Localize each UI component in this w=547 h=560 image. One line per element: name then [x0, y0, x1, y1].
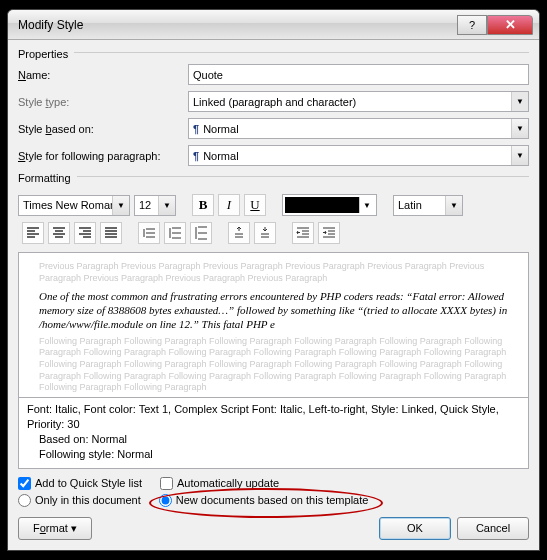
name-input[interactable]: Quote: [188, 64, 529, 85]
window-title: Modify Style: [18, 18, 457, 32]
line-spacing-15-button[interactable]: [164, 222, 186, 244]
based-on-dropdown[interactable]: ¶ Normal ▼: [188, 118, 529, 139]
font-family-dropdown[interactable]: Times New Roman ▼: [18, 195, 130, 216]
following-dropdown[interactable]: ¶ Normal ▼: [188, 145, 529, 166]
formatting-label: Formatting: [18, 172, 71, 184]
style-description: Font: Italic, Font color: Text 1, Comple…: [18, 398, 529, 468]
cancel-button[interactable]: Cancel: [457, 517, 529, 540]
preview-previous: Previous Paragraph Previous Paragraph Pr…: [39, 261, 508, 284]
bold-button[interactable]: B: [192, 194, 214, 216]
auto-update-checkbox[interactable]: Automatically update: [160, 477, 279, 490]
increase-indent-button[interactable]: [318, 222, 340, 244]
space-before-increase-button[interactable]: [228, 222, 250, 244]
line-spacing-2-button[interactable]: [190, 222, 212, 244]
style-type-dropdown: Linked (paragraph and character) ▼: [188, 91, 529, 112]
properties-label: Properties: [18, 48, 68, 60]
pilcrow-icon: ¶: [193, 150, 199, 162]
color-swatch: [285, 197, 359, 213]
only-document-radio[interactable]: Only in this document: [18, 494, 141, 507]
pilcrow-icon: ¶: [193, 123, 199, 135]
quick-style-checkbox[interactable]: Add to Quick Style list: [18, 477, 142, 490]
chevron-down-icon: ▼: [511, 92, 528, 111]
font-color-dropdown[interactable]: ▼: [282, 194, 377, 216]
line-spacing-1-button[interactable]: [138, 222, 160, 244]
align-justify-button[interactable]: [100, 222, 122, 244]
following-label: Style for following paragraph:: [18, 150, 188, 162]
chevron-down-icon[interactable]: ▼: [511, 146, 528, 165]
chevron-down-icon[interactable]: ▼: [158, 196, 175, 215]
help-button[interactable]: ?: [457, 15, 487, 35]
chevron-down-icon[interactable]: ▼: [445, 196, 462, 215]
preview-pane: Previous Paragraph Previous Paragraph Pr…: [18, 252, 529, 398]
preview-sample: One of the most common and frustrating e…: [39, 289, 508, 332]
ok-button[interactable]: OK: [379, 517, 451, 540]
new-documents-radio[interactable]: New documents based on this template: [159, 494, 369, 507]
italic-button[interactable]: I: [218, 194, 240, 216]
format-button[interactable]: Format ▾: [18, 517, 92, 540]
titlebar[interactable]: Modify Style ? ✕: [8, 10, 539, 40]
close-button[interactable]: ✕: [487, 15, 533, 35]
chevron-down-icon[interactable]: ▼: [359, 197, 374, 213]
decrease-indent-button[interactable]: [292, 222, 314, 244]
chevron-down-icon[interactable]: ▼: [511, 119, 528, 138]
space-before-decrease-button[interactable]: [254, 222, 276, 244]
name-label: Name:: [18, 69, 188, 81]
underline-button[interactable]: U: [244, 194, 266, 216]
align-left-button[interactable]: [22, 222, 44, 244]
based-on-label: Style based on:: [18, 123, 188, 135]
align-center-button[interactable]: [48, 222, 70, 244]
script-dropdown[interactable]: Latin ▼: [393, 195, 463, 216]
chevron-down-icon[interactable]: ▼: [112, 196, 129, 215]
style-type-label: Style type:: [18, 96, 188, 108]
modify-style-dialog: Modify Style ? ✕ Properties Name: Quote …: [7, 9, 540, 550]
align-right-button[interactable]: [74, 222, 96, 244]
preview-following: Following Paragraph Following Paragraph …: [39, 336, 508, 394]
font-size-dropdown[interactable]: 12 ▼: [134, 195, 176, 216]
